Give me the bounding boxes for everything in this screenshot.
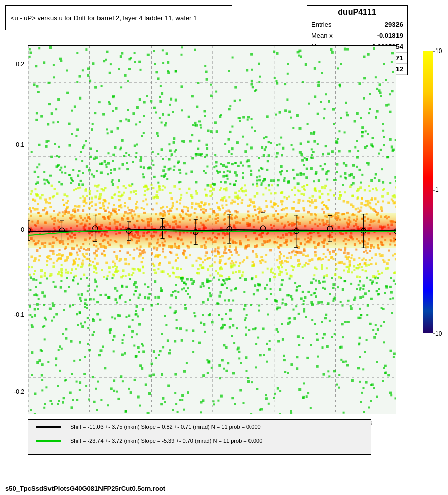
svg-rect-2358: [125, 410, 127, 413]
svg-rect-2560: [368, 407, 370, 409]
svg-rect-2985: [69, 392, 72, 394]
svg-rect-1858: [385, 372, 387, 374]
svg-rect-2692: [79, 75, 81, 78]
svg-rect-683: [369, 279, 371, 281]
svg-rect-131: [124, 258, 127, 261]
svg-rect-2559: [344, 250, 346, 252]
svg-rect-2999: [275, 210, 277, 212]
svg-rect-2923: [220, 181, 222, 183]
svg-rect-1961: [260, 408, 263, 411]
svg-rect-1936: [200, 154, 202, 156]
svg-rect-2283: [206, 280, 208, 283]
svg-rect-1812: [85, 202, 87, 204]
svg-rect-1276: [375, 333, 377, 335]
svg-rect-671: [229, 326, 231, 329]
svg-rect-2945: [84, 256, 86, 258]
svg-rect-2958: [374, 177, 376, 179]
svg-rect-2303: [128, 197, 131, 200]
svg-rect-2255: [88, 169, 91, 172]
svg-rect-2621: [114, 265, 116, 267]
svg-rect-261: [122, 269, 125, 272]
svg-rect-812: [77, 209, 79, 212]
svg-rect-959: [346, 201, 349, 204]
svg-rect-1203: [96, 409, 98, 411]
svg-rect-2976: [392, 71, 394, 73]
svg-rect-147: [206, 144, 208, 146]
svg-rect-1111: [93, 401, 96, 403]
svg-rect-1899: [167, 210, 170, 212]
svg-rect-1469: [116, 391, 118, 393]
svg-rect-2108: [268, 189, 270, 191]
svg-rect-639: [161, 92, 163, 95]
svg-rect-391: [43, 407, 45, 409]
svg-rect-1693: [361, 174, 363, 176]
svg-rect-1917: [321, 264, 323, 266]
svg-rect-2279: [101, 253, 103, 255]
svg-rect-1390: [239, 277, 241, 279]
svg-rect-1421: [219, 262, 221, 264]
svg-rect-2996: [333, 370, 336, 372]
svg-rect-2070: [324, 108, 326, 110]
svg-rect-1363: [228, 299, 230, 302]
svg-rect-1994: [199, 264, 202, 267]
svg-rect-1628: [356, 276, 359, 278]
svg-rect-2144: [152, 151, 154, 153]
svg-rect-2137: [367, 203, 369, 206]
svg-rect-418: [91, 197, 93, 200]
svg-rect-132: [307, 263, 310, 265]
svg-rect-1966: [36, 85, 38, 88]
svg-rect-2193: [227, 170, 229, 172]
svg-rect-679: [236, 141, 239, 144]
svg-rect-265: [391, 90, 394, 92]
svg-rect-1245: [88, 264, 90, 266]
svg-rect-2936: [239, 262, 241, 264]
svg-rect-549: [61, 264, 63, 266]
svg-rect-2837: [71, 179, 73, 181]
svg-rect-1605: [98, 198, 101, 200]
svg-rect-1608: [227, 162, 230, 164]
svg-rect-2535: [217, 302, 219, 304]
svg-rect-2783: [135, 156, 137, 158]
svg-rect-1939: [357, 208, 359, 210]
svg-rect-2810: [60, 271, 62, 273]
svg-rect-97: [388, 250, 390, 252]
svg-rect-1234: [60, 280, 62, 282]
svg-rect-2793: [387, 267, 389, 270]
svg-rect-2539: [85, 385, 87, 387]
svg-rect-2711: [221, 318, 223, 320]
svg-rect-2681: [323, 117, 325, 119]
svg-rect-16: [93, 158, 96, 160]
svg-rect-305: [172, 409, 174, 411]
svg-rect-427: [65, 272, 67, 274]
svg-rect-1332: [330, 48, 333, 51]
svg-rect-2017: [162, 346, 164, 348]
svg-rect-1329: [389, 93, 391, 95]
svg-rect-2057: [60, 167, 62, 169]
svg-rect-1440: [162, 189, 164, 191]
svg-rect-35: [159, 100, 162, 103]
svg-rect-2782: [190, 171, 193, 173]
svg-rect-2090: [302, 81, 304, 83]
svg-rect-1134: [177, 257, 179, 259]
svg-rect-477: [162, 62, 164, 64]
svg-rect-237: [338, 150, 341, 152]
svg-rect-22: [94, 280, 97, 283]
svg-rect-444: [113, 390, 115, 392]
svg-rect-2890: [314, 323, 316, 325]
cb-label-mid: 1: [435, 186, 439, 193]
svg-rect-1786: [343, 200, 345, 203]
svg-rect-2955: [179, 199, 181, 201]
svg-rect-2210: [227, 210, 230, 212]
svg-rect-897: [82, 69, 84, 71]
svg-rect-558: [106, 278, 108, 280]
svg-rect-680: [287, 372, 289, 374]
svg-rect-378: [235, 271, 237, 273]
svg-rect-1584: [322, 168, 324, 170]
svg-rect-301: [225, 175, 227, 177]
svg-rect-1122: [134, 61, 136, 63]
svg-rect-372: [257, 208, 259, 210]
svg-rect-2841: [375, 203, 377, 205]
svg-rect-1815: [260, 184, 262, 186]
svg-rect-1020: [86, 165, 88, 168]
svg-rect-2688: [191, 202, 194, 205]
